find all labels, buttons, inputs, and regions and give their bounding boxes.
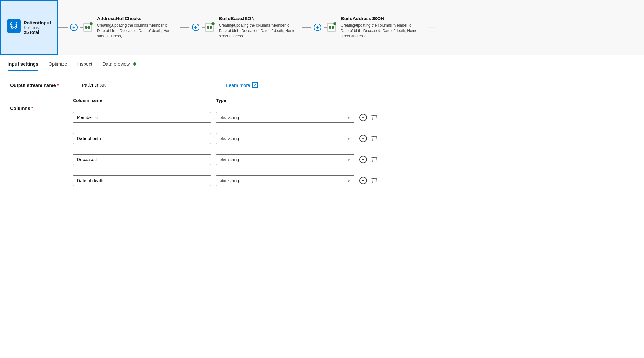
del-col-btn-2[interactable] [371,135,378,142]
add-node-btn-3[interactable]: + [314,24,321,31]
tab-optimize[interactable]: Optimize [48,57,67,71]
database-icon [7,19,21,33]
columns-section: Column name Type Columns* abc string ∨ + [10,98,634,191]
node-title-patient-input: PatientInput [24,20,51,25]
external-link-icon: ↗ [252,82,258,88]
svg-rect-6 [329,26,331,29]
col-headers: Column name Type [73,98,634,103]
chevron-down-icon-1: ∨ [347,115,350,120]
node-count: 25 total [24,30,51,35]
transform-title-2: BuildBaseJSON [219,16,297,21]
columns-label-row: Columns* [10,106,634,111]
content-area: Output stream name* Learn more ↗ Column … [0,71,644,205]
type-badge-dod: abc [220,179,226,182]
col-type-select-date-of-death[interactable]: abc string ∨ [216,175,354,186]
svg-rect-5 [210,26,212,29]
add-col-btn-4[interactable]: + [359,177,367,184]
transform-desc-1: Creating/updating the columns 'Member id… [97,23,175,39]
transform-desc-3: Creating/updating the columns 'Member id… [341,23,419,39]
type-badge-deceased: abc [220,158,226,161]
svg-point-1 [11,22,17,27]
transform-title-3: BuildAddressJSON [341,16,419,21]
del-col-btn-4[interactable] [371,177,378,184]
output-stream-label: Output stream name* [10,83,73,88]
col-header-type: Type [216,98,354,103]
output-stream-row: Output stream name* Learn more ↗ [10,80,634,90]
type-value-member-id: string [228,115,239,120]
tab-data-preview[interactable]: Data preview [102,57,136,71]
column-row-date-of-birth: abc string ∨ + [73,133,634,149]
add-col-btn-1[interactable]: + [359,114,367,121]
add-node-btn-1[interactable]: + [70,24,78,31]
tabs-bar: Input settings Optimize Inspect Data pre… [0,57,644,71]
transform-title-1: AddressNullChecks [97,16,175,21]
transform-node-build-base[interactable]: BuildBaseJSON Creating/updating the colu… [214,12,302,42]
pipeline-header: PatientInput Columns: 25 total + Address… [0,0,644,55]
col-type-select-member-id[interactable]: abc string ∨ [216,112,354,123]
scrollbar-indicator: — [429,24,435,31]
transform-icon-2 [205,23,214,32]
node-subtitle: Columns: [24,25,51,30]
col-actions-1: + [359,114,378,121]
chevron-down-icon-4: ∨ [347,178,350,183]
type-value-dod: string [228,178,239,183]
chevron-down-icon-3: ∨ [347,157,350,162]
chevron-down-icon-2: ∨ [347,136,350,141]
del-col-btn-3[interactable] [371,156,378,163]
type-badge-dob: abc [220,137,226,140]
add-node-btn-2[interactable]: + [192,24,199,31]
tab-inspect[interactable]: Inspect [77,57,92,71]
transform-icon-1 [83,23,92,32]
col-name-date-of-birth[interactable] [73,133,211,144]
svg-rect-4 [207,26,209,29]
pipeline-segment-3: + BuildAddressJSON Creating/updating the… [302,0,435,55]
type-value-dob: string [228,136,239,141]
transform-desc-2: Creating/updating the columns 'Member id… [219,23,297,39]
pipeline-segment-1: + AddressNullChecks Creating/updating th… [58,0,180,55]
pipeline-node-patient-input[interactable]: PatientInput Columns: 25 total [0,0,58,55]
data-preview-dot [133,62,136,66]
col-name-deceased[interactable] [73,154,211,165]
svg-rect-2 [85,26,87,29]
output-stream-input[interactable] [78,80,216,90]
add-col-btn-3[interactable]: + [359,156,367,163]
del-col-btn-1[interactable] [371,114,378,121]
col-actions-3: + [359,156,378,163]
columns-label: Columns* [10,106,73,111]
transform-node-address-null[interactable]: AddressNullChecks Creating/updating the … [92,12,180,42]
add-col-btn-2[interactable]: + [359,135,367,142]
tab-input-settings[interactable]: Input settings [8,57,38,71]
pipeline-segment-2: + BuildBaseJSON Creating/updating the co… [180,0,302,55]
col-name-date-of-death[interactable] [73,175,211,186]
transform-icon-3 [327,23,336,32]
col-type-select-deceased[interactable]: abc string ∨ [216,154,354,165]
svg-rect-7 [332,26,334,29]
svg-rect-3 [88,26,90,29]
col-header-name: Column name [73,98,211,103]
column-row-member-id: abc string ∨ + [73,112,634,128]
col-actions-4: + [359,177,378,184]
column-row-date-of-death: abc string ∨ + [73,175,634,191]
column-row-deceased: abc string ∨ + [73,154,634,170]
type-value-deceased: string [228,157,239,162]
learn-more-link[interactable]: Learn more ↗ [226,82,258,88]
transform-node-build-address[interactable]: BuildAddressJSON Creating/updating the c… [336,12,424,42]
col-type-select-date-of-birth[interactable]: abc string ∨ [216,133,354,144]
col-name-member-id[interactable] [73,112,211,123]
type-badge-member-id: abc [220,116,226,119]
col-actions-2: + [359,135,378,142]
